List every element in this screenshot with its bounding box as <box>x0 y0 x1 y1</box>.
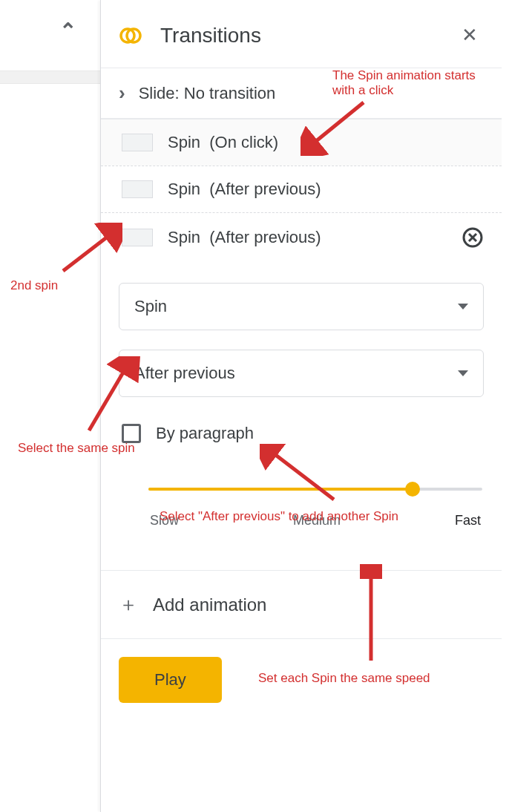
panel-header: Transitions ✕ <box>101 0 502 68</box>
by-paragraph-row: By paragraph <box>119 416 484 449</box>
slow-label: Slow <box>150 513 179 528</box>
chevron-down-icon <box>458 370 468 376</box>
animation-editor: Spin After previous By paragraph Slow Me… <box>101 262 502 539</box>
chevron-right-icon: › <box>119 82 125 105</box>
animation-trigger-dropdown[interactable]: After previous <box>119 350 484 397</box>
close-icon[interactable]: ✕ <box>456 21 484 50</box>
speed-slider[interactable] <box>148 482 482 497</box>
chevron-down-icon <box>458 304 468 310</box>
dropdown-value: After previous <box>134 364 458 383</box>
plus-icon: ＋ <box>119 592 138 618</box>
add-animation-button[interactable]: ＋ Add animation <box>101 570 502 638</box>
remove-animation-icon[interactable] <box>462 226 484 249</box>
speed-slider-wrap: Slow Medium Fast <box>119 449 484 536</box>
slide-transition-row[interactable]: › Slide: No transition <box>101 68 502 119</box>
fast-label: Fast <box>455 513 481 528</box>
ruler-bar <box>0 71 100 84</box>
animation-label: Spin (On click) <box>168 133 278 152</box>
panel-title: Transitions <box>160 24 456 48</box>
animation-row[interactable]: Spin (After previous) <box>101 166 502 212</box>
slider-labels: Slow Medium Fast <box>148 497 482 528</box>
medium-label: Medium <box>293 513 341 528</box>
object-thumb-icon <box>122 134 153 151</box>
object-thumb-icon <box>122 229 153 246</box>
transitions-icon <box>119 24 142 48</box>
by-paragraph-checkbox[interactable] <box>122 424 141 443</box>
dropdown-value: Spin <box>134 297 458 316</box>
animation-row-selected[interactable]: Spin (After previous) <box>101 212 502 262</box>
slider-fill <box>148 488 413 491</box>
slide-transition-label: Slide: No transition <box>139 84 276 103</box>
animation-label: Spin (After previous) <box>168 228 321 247</box>
play-area: Play <box>101 638 502 721</box>
animation-row[interactable]: Spin (On click) <box>101 119 502 166</box>
object-thumb-icon <box>122 180 153 198</box>
by-paragraph-label: By paragraph <box>156 424 254 443</box>
play-button[interactable]: Play <box>119 657 222 703</box>
background-sliver: ⌃ <box>0 0 100 812</box>
animation-type-dropdown[interactable]: Spin <box>119 283 484 330</box>
collapse-chevron-icon[interactable]: ⌃ <box>59 19 76 43</box>
slider-thumb[interactable] <box>405 482 420 497</box>
animation-label: Spin (After previous) <box>168 180 321 199</box>
add-animation-label: Add animation <box>153 595 266 615</box>
transitions-panel: Transitions ✕ › Slide: No transition Spi… <box>100 0 502 812</box>
